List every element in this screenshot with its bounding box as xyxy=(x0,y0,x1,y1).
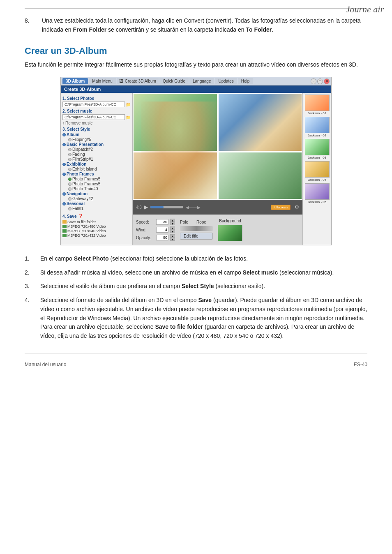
speed-input[interactable] xyxy=(156,219,168,225)
opacity-down-button[interactable]: ▼ xyxy=(170,238,175,241)
browse-music-button[interactable]: 📁 xyxy=(126,115,131,120)
thumb-1[interactable]: Jackson - 01 xyxy=(304,95,330,115)
style-album[interactable]: Album xyxy=(62,132,131,137)
style-dot-gateway xyxy=(68,197,71,201)
settings-icon[interactable]: ⚙ xyxy=(295,204,299,210)
style-phototrain[interactable]: Photo Train#0 xyxy=(62,187,131,191)
time-label: ◀——▶ xyxy=(186,205,201,210)
style-dot-seasonal xyxy=(62,202,66,205)
tab-main-menu[interactable]: Main Menu xyxy=(89,78,115,84)
step8-number: 8. xyxy=(25,16,37,34)
footer-right: ES-40 xyxy=(354,362,367,367)
style-dot-exhibition xyxy=(62,163,66,166)
instruction-2-text: Si desea añadir música al vídeo, selecci… xyxy=(40,268,334,277)
style-seasonal[interactable]: Seasonal xyxy=(62,201,131,206)
section-heading: Crear un 3D-Album xyxy=(25,46,367,56)
progress-bar[interactable] xyxy=(150,206,183,208)
right-panel: Jackson - 01 Jackson - 02 Jackson - 03 J… xyxy=(302,93,331,245)
style-gateway[interactable]: Gateway#2 xyxy=(62,196,131,201)
save-section: 4. Save ❓ Save to file folder MJPEG 720x… xyxy=(62,212,131,238)
thumb-img-1 xyxy=(305,95,330,111)
style-frames5a-label: Photo Frames5 xyxy=(72,177,100,181)
instruction-1: 1. En el campo Select Photo (seleccionar… xyxy=(25,254,367,263)
close-button[interactable]: ✕ xyxy=(324,78,330,84)
instruction-4: 4. Seleccione el formato de salida del á… xyxy=(25,296,367,340)
rope-pole-labels: Pole Rope xyxy=(180,220,213,224)
minimize-button[interactable]: － xyxy=(311,78,316,84)
save-720x540-label: MJPEG 720x540 Video xyxy=(67,229,106,233)
thumb-3[interactable]: Jackson - 03 xyxy=(304,139,330,159)
maximize-button[interactable]: □ xyxy=(317,78,323,84)
instruction-1-text: En el campo Select Photo (seleccionar fo… xyxy=(40,254,248,263)
thumb-img-4 xyxy=(305,161,330,178)
folder-icon xyxy=(62,220,67,224)
style-dot-island xyxy=(68,168,71,171)
opacity-row: Opacity: ▲ ▼ xyxy=(136,234,175,241)
style-exhibit-island[interactable]: Exhibit Island xyxy=(62,167,131,171)
style-flipping[interactable]: Flipping#5 xyxy=(62,137,131,142)
play-icon[interactable]: ▶ xyxy=(144,204,148,210)
tab-quick-guide[interactable]: Quick Guide xyxy=(159,78,189,84)
style-frames5b[interactable]: Photo Frames5 xyxy=(62,182,131,186)
tab-updates[interactable]: Updates xyxy=(215,78,237,84)
thumb-2[interactable]: Jackson - 02 xyxy=(304,117,330,137)
thumb-img-2 xyxy=(305,117,330,133)
style-dot-frames5a xyxy=(68,178,71,181)
instructions-list: 1. En el campo Select Photo (seleccionar… xyxy=(25,254,367,341)
rope-pole-area: Pole Rope Edit title xyxy=(180,220,213,240)
photo-collage xyxy=(133,93,302,200)
collage-photo-2 xyxy=(218,93,303,152)
save-720x480-label: MJPEG 720x480 Video xyxy=(67,224,106,229)
opacity-label: Opacity: xyxy=(136,235,154,240)
speed-label: Speed: xyxy=(136,220,154,224)
style-frames5a[interactable]: Photo Frames5 xyxy=(62,177,131,181)
playback-controls: 4:3 ▶ ◀——▶ fullscreen ⚙ xyxy=(133,200,302,215)
tab-3d-album[interactable]: 3D Album xyxy=(62,78,88,84)
app-title-bar: Create 3D-Album xyxy=(61,85,331,93)
save-720x480[interactable]: MJPEG 720x480 Video xyxy=(62,224,131,229)
save-help-icon[interactable]: ❓ xyxy=(78,214,83,218)
style-fall[interactable]: Fall#1 xyxy=(62,206,131,211)
remove-music-row: ♪ Remove music xyxy=(62,121,131,125)
tab-language[interactable]: Language xyxy=(189,78,214,84)
wind-row: Wind: ▲ ▼ xyxy=(136,226,175,233)
step8-block: 8. Una vez establecida toda la configura… xyxy=(25,16,367,34)
style-photo-frames[interactable]: Photo Frames xyxy=(62,172,131,176)
edit-title-button[interactable]: Edit title xyxy=(180,233,213,240)
thumb-4[interactable]: Jackson - 04 xyxy=(304,161,330,182)
opacity-up-button[interactable]: ▲ xyxy=(170,234,175,238)
style-filmstrip[interactable]: FilmStrip#1 xyxy=(62,157,131,162)
style-dot-flipping xyxy=(68,138,71,141)
style-dot-train xyxy=(68,187,71,191)
instruction-2: 2. Si desea añadir música al vídeo, sele… xyxy=(25,268,367,277)
style-dispatch[interactable]: Dispatch#2 xyxy=(62,147,131,152)
music-note-icon: ♪ xyxy=(62,121,65,125)
style-exhibition[interactable]: Exhibition xyxy=(62,162,131,166)
style-navigation[interactable]: Navigation xyxy=(62,192,131,196)
background-preview[interactable] xyxy=(218,225,242,241)
wind-input[interactable] xyxy=(156,227,168,233)
logo: Journe air xyxy=(346,4,384,15)
speed-up-button[interactable]: ▲ xyxy=(170,219,175,222)
thumb-label-3: Jackson - 03 xyxy=(304,156,330,159)
remove-music-label[interactable]: Remove music xyxy=(65,121,92,125)
instruction-3: 3. Seleccione el estilo de álbum que pre… xyxy=(25,282,367,291)
section2-label: 2. Select music xyxy=(62,109,131,113)
wind-up-button[interactable]: ▲ xyxy=(170,226,175,230)
thumb-5[interactable]: Jackson - 05 xyxy=(304,183,330,204)
opacity-input[interactable] xyxy=(156,235,168,240)
speed-down-button[interactable]: ▼ xyxy=(170,222,175,225)
save-720x432[interactable]: MJPEG 720x432 Video xyxy=(62,233,131,238)
tab-create-3d-album[interactable]: 🖼 Create 3D Album xyxy=(117,78,159,84)
video-icon-432 xyxy=(62,234,67,237)
save-720x540[interactable]: MJPEG 720x540 Video xyxy=(62,229,131,233)
save-to-folder[interactable]: Save to file folder xyxy=(62,220,131,224)
tab-help[interactable]: Help xyxy=(238,78,253,84)
wind-down-button[interactable]: ▼ xyxy=(170,230,175,233)
style-basic-pres[interactable]: Basic Presentation xyxy=(62,142,131,147)
browse-photos-button[interactable]: 📁 xyxy=(126,102,131,107)
save-to-folder-label: Save to file folder xyxy=(67,220,96,224)
left-panel: 1. Select Photos C:\Program Files\3D-Alb… xyxy=(61,93,133,245)
style-fading[interactable]: Fading xyxy=(62,152,131,157)
fullscreen-button[interactable]: fullscreen xyxy=(271,205,291,210)
